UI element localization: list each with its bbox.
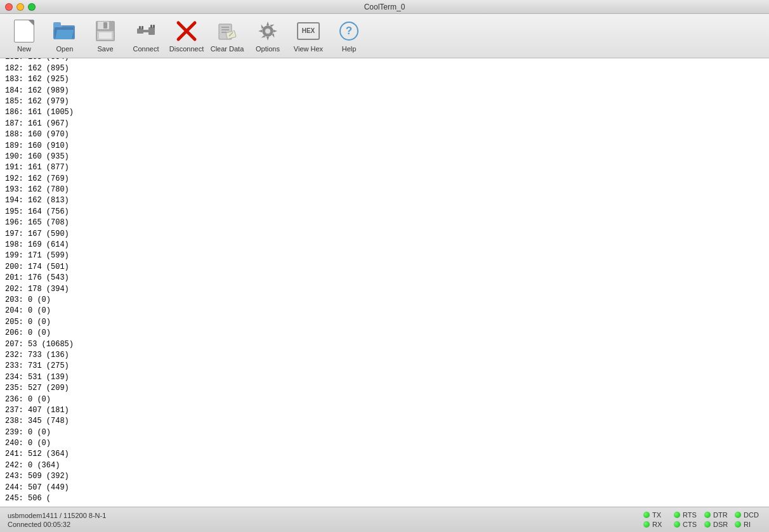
svg-rect-10 <box>143 30 148 32</box>
options-icon <box>256 20 279 42</box>
dcd-indicator: DCD <box>735 511 761 519</box>
dcd-led <box>735 512 741 518</box>
dtr-label: DTR <box>713 511 731 519</box>
open-label: Open <box>56 45 74 53</box>
status-bar: usbmodem1411 / 115200 8-N-1 Connected 00… <box>0 507 769 532</box>
window-controls <box>5 3 36 11</box>
rts-indicator: RTS <box>674 511 700 519</box>
rx-indicator: RX <box>643 521 670 528</box>
terminal-line: 188: 160 (970) <box>5 129 764 140</box>
help-button[interactable]: ? Help <box>330 17 368 55</box>
cts-indicator: CTS <box>674 521 700 528</box>
cleardata-icon <box>216 20 239 42</box>
new-icon <box>13 20 36 42</box>
terminal-line: 195: 164 (756) <box>5 207 764 217</box>
terminal-line: 239: 0 (0) <box>5 427 764 438</box>
viewhex-label: View Hex <box>294 45 323 53</box>
cleardata-label: Clear Data <box>211 45 244 53</box>
terminal-line: 242: 0 (364) <box>5 460 764 471</box>
cts-led <box>674 521 680 528</box>
save-button[interactable]: Save <box>86 17 124 55</box>
options-button[interactable]: Options <box>249 17 287 55</box>
minimize-button[interactable] <box>16 3 24 11</box>
terminal-line: 191: 161 (877) <box>5 162 764 173</box>
new-button[interactable]: New <box>5 17 43 55</box>
terminal-line: 236: 0 (0) <box>5 394 764 405</box>
title-bar: CoolTerm_0 <box>0 0 769 14</box>
terminal-line: 234: 531 (139) <box>5 372 764 383</box>
maximize-button[interactable] <box>28 3 36 11</box>
terminal-line: 203: 0 (0) <box>5 295 764 306</box>
dsr-label: DSR <box>713 521 731 528</box>
connect-button[interactable]: Connect <box>127 17 165 55</box>
svg-rect-12 <box>139 26 141 29</box>
cleardata-button[interactable]: Clear Data <box>208 17 246 55</box>
ri-led <box>735 521 741 528</box>
window-title: CoolTerm_0 <box>364 3 405 11</box>
terminal-line: 187: 161 (967) <box>5 119 764 129</box>
disconnect-button[interactable]: Disconnect <box>168 17 206 55</box>
terminal-line: 190: 160 (935) <box>5 152 764 162</box>
dsr-indicator: DSR <box>704 521 731 528</box>
disconnect-label: Disconnect <box>169 45 204 53</box>
terminal-line: 193: 162 (780) <box>5 185 764 195</box>
open-button[interactable]: Open <box>46 17 84 55</box>
terminal-line: 196: 165 (708) <box>5 217 764 228</box>
terminal-line: 207: 53 (10685) <box>5 339 764 350</box>
tx-indicator: TX <box>643 511 670 519</box>
open-icon <box>53 20 76 42</box>
terminal-line: 243: 509 (392) <box>5 471 764 482</box>
ri-label: RI <box>744 521 761 528</box>
help-icon: ? <box>338 20 360 42</box>
terminal-line: 185: 162 (979) <box>5 96 764 107</box>
svg-rect-11 <box>148 27 155 35</box>
rts-led <box>674 512 680 518</box>
save-icon <box>94 20 117 42</box>
terminal-line: 238: 345 (748) <box>5 416 764 427</box>
cts-label: CTS <box>683 521 700 528</box>
close-button[interactable] <box>5 3 13 11</box>
tx-rx-row: TX RTS DTR DCD <box>643 511 761 519</box>
terminal-output[interactable]: 180: 163 (811)181: 163 (854)182: 162 (89… <box>0 58 769 507</box>
connect-label: Connect <box>133 45 159 53</box>
rx-cts-row: RX CTS DSR RI <box>643 521 761 528</box>
save-label: Save <box>97 45 113 53</box>
indicators-left: TX RTS DTR DCD RX <box>643 511 761 528</box>
terminal-line: 194: 162 (813) <box>5 195 764 206</box>
viewhex-button[interactable]: HEX View Hex <box>289 17 327 55</box>
svg-rect-9 <box>137 29 143 34</box>
status-left: usbmodem1411 / 115200 8-N-1 Connected 00… <box>8 512 106 528</box>
ri-indicator: RI <box>735 521 761 528</box>
dcd-label: DCD <box>744 511 761 519</box>
terminal-line: 233: 731 (275) <box>5 361 764 372</box>
rx-led <box>643 521 650 528</box>
svg-point-26 <box>265 29 270 34</box>
svg-rect-2 <box>53 22 61 27</box>
terminal-line: 204: 0 (0) <box>5 306 764 316</box>
help-label: Help <box>342 45 357 53</box>
tx-led <box>643 512 650 518</box>
viewhex-icon: HEX <box>297 20 320 42</box>
terminal-line: 200: 174 (501) <box>5 262 764 273</box>
terminal-line: 245: 506 ( <box>5 493 764 504</box>
svg-rect-13 <box>141 26 143 29</box>
svg-rect-8 <box>99 32 112 39</box>
dtr-indicator: DTR <box>704 511 731 519</box>
terminal-line: 206: 0 (0) <box>5 328 764 339</box>
dtr-led <box>704 512 711 518</box>
disconnect-icon <box>175 20 198 42</box>
rts-label: RTS <box>683 511 700 519</box>
tx-label: TX <box>652 511 670 519</box>
terminal-line: 232: 733 (136) <box>5 350 764 361</box>
status-right: TX RTS DTR DCD RX <box>643 511 761 528</box>
terminal-line: 202: 178 (394) <box>5 284 764 295</box>
terminal-line: 235: 527 (209) <box>5 383 764 394</box>
svg-rect-14 <box>150 25 152 28</box>
terminal-line: 244: 507 (449) <box>5 483 764 493</box>
terminal-line: 192: 162 (769) <box>5 174 764 185</box>
svg-rect-6 <box>103 22 107 29</box>
toolbar: New Open Save <box>0 14 769 58</box>
svg-rect-15 <box>153 25 155 28</box>
rx-label: RX <box>652 521 670 528</box>
terminal-line: 201: 176 (543) <box>5 273 764 283</box>
